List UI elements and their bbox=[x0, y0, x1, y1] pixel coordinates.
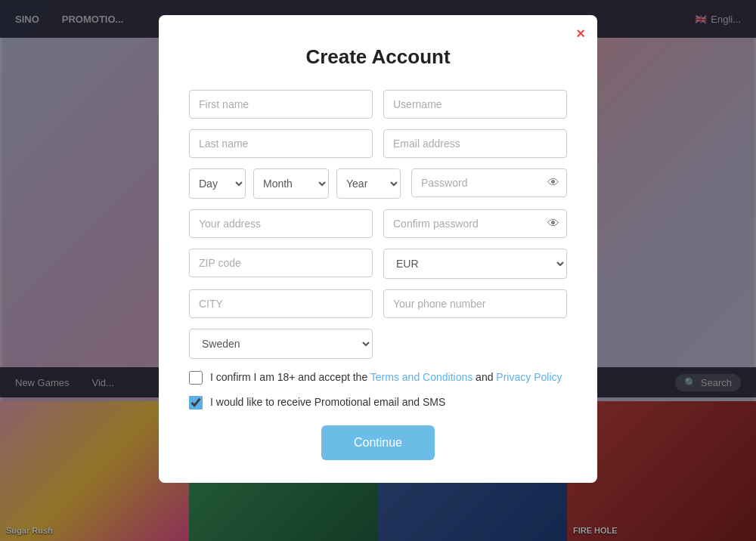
last-name-col bbox=[189, 129, 373, 158]
continue-button[interactable]: Continue bbox=[321, 425, 435, 460]
dob-year-select[interactable]: Year 200520042003 200220012000 199919981… bbox=[336, 168, 401, 199]
terms-label: I confirm I am 18+ and accept the Terms … bbox=[210, 369, 562, 385]
city-input[interactable] bbox=[189, 289, 373, 318]
phone-input[interactable] bbox=[383, 289, 567, 318]
password-wrapper: 👁 bbox=[411, 168, 567, 197]
phone-col bbox=[383, 289, 567, 318]
confirm-password-wrapper: 👁 bbox=[383, 209, 567, 238]
password-input[interactable] bbox=[411, 168, 567, 197]
first-name-input[interactable] bbox=[189, 90, 373, 119]
email-col bbox=[383, 129, 567, 158]
terms-link[interactable]: Terms and Conditions bbox=[370, 371, 472, 383]
dob-month-select[interactable]: Month JanuaryFebruaryMarch AprilMayJune … bbox=[253, 168, 329, 199]
currency-select[interactable]: EUR USD GBP SEK bbox=[383, 249, 567, 279]
confirm-password-input[interactable] bbox=[383, 209, 567, 238]
last-name-input[interactable] bbox=[189, 129, 373, 158]
close-button[interactable]: × bbox=[576, 26, 585, 41]
currency-col: EUR USD GBP SEK bbox=[383, 249, 567, 279]
city-col bbox=[189, 289, 373, 318]
username-input[interactable] bbox=[383, 90, 567, 119]
promo-label: I would like to receive Promotional emai… bbox=[210, 394, 445, 410]
dob-row: Day 123 456 789 101112 131415 161718 192… bbox=[189, 168, 401, 199]
promo-text: I would like to receive Promotional emai… bbox=[210, 396, 445, 408]
country-col: Sweden Norway Finland Denmark Germany Un… bbox=[189, 329, 373, 359]
privacy-link[interactable]: Privacy Policy bbox=[496, 371, 562, 383]
zip-input[interactable] bbox=[189, 249, 373, 277]
row-city-phone bbox=[189, 289, 567, 318]
terms-prefix: I confirm I am 18+ and accept the bbox=[210, 371, 370, 383]
zip-col bbox=[189, 249, 373, 279]
modal-title: Create Account bbox=[189, 45, 567, 69]
row-zip-currency: EUR USD GBP SEK bbox=[189, 249, 567, 279]
modal-overlay: × Create Account bbox=[0, 0, 756, 541]
row-name-username bbox=[189, 90, 567, 119]
confirm-password-col: 👁 bbox=[383, 209, 567, 238]
row-dob-password: Day 123 456 789 101112 131415 161718 192… bbox=[189, 168, 567, 199]
dob-col: Day 123 456 789 101112 131415 161718 192… bbox=[189, 168, 401, 199]
row-country: Sweden Norway Finland Denmark Germany Un… bbox=[189, 329, 567, 359]
create-account-modal: × Create Account bbox=[159, 15, 597, 483]
email-input[interactable] bbox=[383, 129, 567, 158]
first-name-col bbox=[189, 90, 373, 119]
promo-checkbox-row: I would like to receive Promotional emai… bbox=[189, 394, 567, 410]
address-input[interactable] bbox=[189, 209, 373, 238]
password-eye-icon[interactable]: 👁 bbox=[547, 176, 559, 190]
row-lastname-email bbox=[189, 129, 567, 158]
promo-checkbox[interactable] bbox=[189, 396, 203, 410]
country-select[interactable]: Sweden Norway Finland Denmark Germany Un… bbox=[189, 329, 373, 359]
row-address-confirmpass: 👁 bbox=[189, 209, 567, 238]
dob-day-select[interactable]: Day 123 456 789 101112 131415 161718 192… bbox=[189, 168, 246, 199]
terms-checkbox[interactable] bbox=[189, 371, 203, 385]
terms-and: and bbox=[472, 371, 496, 383]
username-col bbox=[383, 90, 567, 119]
confirm-password-eye-icon[interactable]: 👁 bbox=[547, 217, 559, 230]
password-col: 👁 bbox=[411, 168, 567, 199]
address-col bbox=[189, 209, 373, 238]
terms-checkbox-row: I confirm I am 18+ and accept the Terms … bbox=[189, 369, 567, 385]
